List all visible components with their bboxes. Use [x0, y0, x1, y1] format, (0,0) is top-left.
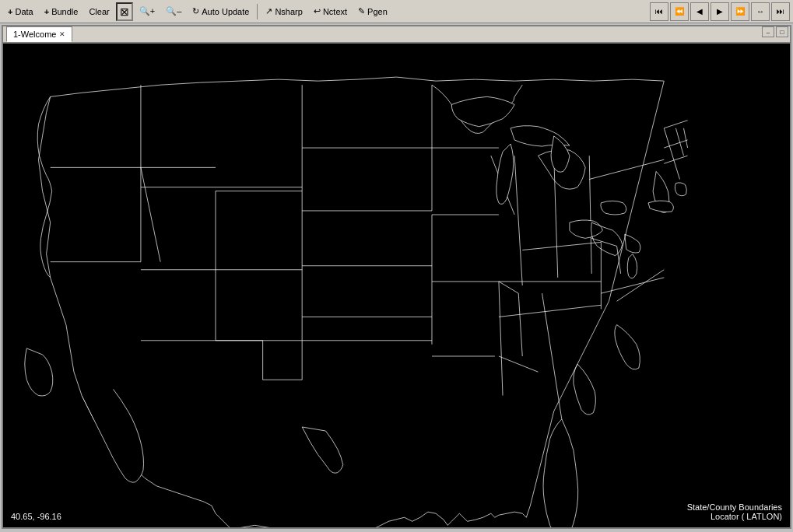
- nsharp-icon: ↗: [265, 6, 272, 16]
- nav-next-fast-button[interactable]: ⏩: [731, 2, 749, 21]
- nctext-button[interactable]: ↩ Nctext: [309, 2, 352, 21]
- nctext-icon: ↩: [314, 6, 321, 16]
- pgen-label: Pgen: [367, 7, 388, 16]
- tab-label: 1-Welcome: [13, 30, 56, 39]
- tab-bar: 1-Welcome ✕: [3, 26, 790, 44]
- pgen-icon: ✎: [358, 6, 365, 16]
- zoom-out-icon: 🔍–: [166, 6, 181, 16]
- pgen-button[interactable]: ✎ Pgen: [353, 2, 392, 21]
- nsharp-button[interactable]: ↗ Nsharp: [261, 2, 307, 21]
- nsharp-label: Nsharp: [275, 7, 302, 16]
- nav-first-icon: ⏮: [655, 7, 663, 16]
- minimize-icon: –: [767, 29, 770, 36]
- plus-icon: +: [8, 7, 12, 16]
- refresh-icon: ↻: [192, 6, 199, 16]
- zoom-in-icon: 🔍+: [139, 6, 155, 16]
- nav-prev-icon: ◀: [697, 7, 703, 16]
- auto-update-label: Auto Update: [202, 7, 249, 16]
- select-icon: ⊠: [120, 5, 129, 18]
- bundle-label: Bundle: [51, 7, 78, 16]
- map-area[interactable]: 40.65, -96.16 State/County Boundaries Lo…: [3, 44, 790, 527]
- clear-label: Clear: [89, 7, 109, 16]
- nav-loop-button[interactable]: ↔: [751, 2, 770, 21]
- minimize-button[interactable]: –: [762, 26, 774, 37]
- nav-prev-button[interactable]: ◀: [690, 2, 709, 21]
- nav-last-icon: ⏭: [777, 7, 784, 16]
- nav-group: ⏮ ⏪ ◀ ▶ ⏩ ↔ ⏭: [650, 2, 790, 21]
- tab-close-button[interactable]: ✕: [59, 30, 65, 38]
- nav-first-button[interactable]: ⏮: [650, 2, 668, 21]
- nav-next-fast-icon: ⏩: [735, 7, 745, 16]
- maximize-icon: □: [781, 29, 784, 36]
- select-button[interactable]: ⊠: [116, 2, 133, 21]
- nav-next-button[interactable]: ▶: [711, 2, 729, 21]
- data-button[interactable]: + Data: [3, 2, 38, 21]
- nav-loop-icon: ↔: [756, 7, 764, 16]
- plus-icon-bundle: +: [44, 7, 49, 16]
- nav-last-button[interactable]: ⏭: [771, 2, 790, 21]
- nav-prev-fast-button[interactable]: ⏪: [670, 2, 689, 21]
- map-svg: [3, 44, 790, 527]
- data-label: Data: [15, 7, 33, 16]
- nctext-label: Nctext: [323, 7, 347, 16]
- tab-welcome[interactable]: 1-Welcome ✕: [6, 26, 72, 42]
- nav-prev-fast-icon: ⏪: [675, 7, 684, 16]
- window-controls: – □: [762, 26, 788, 37]
- toolbar: + Data + Bundle Clear ⊠ 🔍+ 🔍– ↻ Auto Upd…: [0, 0, 793, 23]
- auto-update-button[interactable]: ↻ Auto Update: [188, 2, 254, 21]
- maximize-button[interactable]: □: [776, 26, 788, 37]
- separator-1: [257, 4, 258, 19]
- bundle-button[interactable]: + Bundle: [40, 2, 83, 21]
- zoom-in-button[interactable]: 🔍+: [135, 2, 160, 21]
- clear-button[interactable]: Clear: [84, 2, 114, 21]
- main-window: – □ 1-Welcome ✕: [2, 25, 791, 529]
- zoom-out-button[interactable]: 🔍–: [161, 2, 186, 21]
- nav-next-icon: ▶: [717, 7, 723, 16]
